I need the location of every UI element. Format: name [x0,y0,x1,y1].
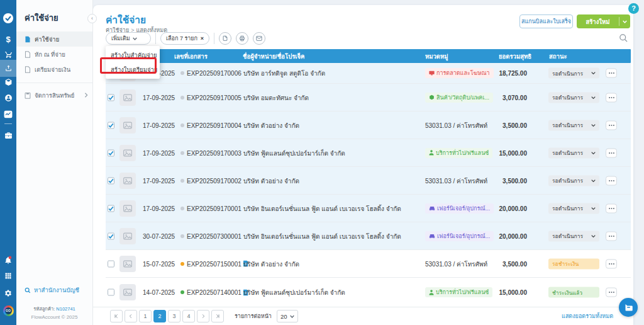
row-amount: 3,500.00 [502,177,527,184]
copy-document-button[interactable] [219,32,231,45]
row-more-button[interactable] [606,259,617,268]
row-checkbox[interactable] [108,122,114,128]
image-placeholder-icon [123,260,132,268]
column-total: ยอดรวมสุทธิ [499,52,531,61]
table-row[interactable]: 17-09-2025 EXP202509170006 บริษัท อาร์ทต… [106,63,631,84]
table-row[interactable]: 14-07-2025 EXP202507140001 บริษัท ฟู้ดแล… [106,278,631,307]
row-checkbox[interactable] [108,94,114,101]
print-button[interactable] [236,32,248,45]
expenses-icon[interactable] [0,60,16,76]
receipt-thumbnail[interactable] [119,117,136,134]
first-page-button[interactable] [110,310,123,322]
row-status[interactable]: รอดำเนินการ [548,203,599,214]
row-doc-number: EXP202509170006 [187,70,242,77]
apps-icon[interactable] [0,268,16,283]
receipt-thumbnail[interactable] [119,256,136,272]
row-more-button[interactable] [606,93,617,102]
row-checkbox[interactable] [108,232,114,239]
row-date: 15-07-2025 [143,260,175,267]
row-checkbox[interactable] [108,205,114,212]
receipt-thumbnail[interactable] [119,173,136,189]
row-status[interactable]: รอดำเนินการ [548,231,599,241]
sidebar-title: ค่าใช้จ่าย [25,11,58,25]
receipt-thumbnail[interactable] [119,145,136,161]
row-status[interactable]: รอดำเนินการ [548,147,599,158]
sidebar-item[interactable]: เตรียมจ่ายเงิน [16,62,92,77]
status-dot [180,207,184,210]
per-page-select[interactable]: 20 [277,310,298,322]
cart-icon[interactable] [0,47,16,62]
sidebar-item[interactable]: หัก ณ ที่จ่าย [16,47,92,62]
chat-bubble-button[interactable] [619,298,638,317]
row-more-button[interactable] [606,288,617,297]
page-button[interactable]: 1 [139,310,152,322]
table-row[interactable]: 30-07-2025 EXP202507300001 บริษัท อินเตอ… [106,222,631,250]
last-page-button[interactable] [211,310,224,322]
flowaccount-logo-icon[interactable] [0,11,16,26]
table-row[interactable]: 17-09-2025 EXP202509170002 บริษัท ตัวอย่… [106,167,631,195]
settings-icon[interactable] [0,286,16,301]
column-status: สถานะ [549,52,567,61]
contacts-icon[interactable] [0,90,16,105]
row-more-button[interactable] [606,203,617,213]
reports-icon[interactable] [0,106,16,122]
row-date: 17-09-2025 [143,149,175,156]
table-row[interactable]: 17-09-2025 EXP202509170005 บริษัท อมตะทั… [106,84,631,111]
sidebar-item[interactable]: ค่าใช้จ่าย [16,31,92,47]
row-doc-number: EXP202509170001 [187,205,242,212]
receipt-thumbnail[interactable] [119,284,136,300]
chevron-down-icon [591,151,596,154]
row-status: ชำระเงินแล้ว [548,287,599,298]
row-checkbox[interactable] [108,177,114,184]
show-total-link[interactable]: แสดงยอดรวมทั้งหมด [562,312,613,321]
help-button[interactable]: ? [628,3,639,14]
image-placeholder-icon [123,288,132,296]
find-accountant-link[interactable]: หาสำนักงานบัญชี [16,285,92,295]
create-new-button[interactable]: สร้างใหม่ [577,14,630,28]
table-row[interactable]: 17-09-2025 EXP202509170004 บริษัท ตัวอย่… [106,111,631,139]
image-placeholder-icon [123,149,132,157]
content-card: ค่าใช้จ่าย ค่าใช้จ่าย>แสดงทั้งหมด สแกนบิ… [93,5,633,325]
row-more-button[interactable] [606,69,617,78]
row-checkbox[interactable] [108,289,114,296]
selected-count-chip[interactable]: เลือก 7 รายการ × [160,32,209,45]
row-checkbox[interactable] [108,260,114,267]
receipt-thumbnail[interactable] [119,228,136,244]
row-amount: 20,000.00 [499,205,528,212]
page-button[interactable]: 3 [168,310,180,322]
table-row[interactable]: 17-09-2025 EXP202509170003 บริษัท ฟู้ดแล… [106,139,631,167]
page-button[interactable]: 2 [153,310,166,322]
row-status[interactable]: รอดำเนินการ [548,120,599,130]
row-status[interactable]: รอดำเนินการ [548,175,599,186]
scan-bill-button[interactable]: สแกนบิลและใบเสร็จ [519,14,573,28]
email-button[interactable] [253,32,265,45]
business-icon[interactable] [0,127,16,142]
table-row[interactable]: 17-09-2025 EXP202509170001 บริษัท อินเตอ… [106,195,631,222]
row-checkbox[interactable] [108,149,114,156]
sidebar-item[interactable]: จัดการสินทรัพย์ [16,88,92,103]
row-status[interactable]: รอดำเนินการ [548,92,599,103]
receipt-thumbnail[interactable] [119,200,136,217]
prev-page-button[interactable] [125,310,137,322]
row-vendor-name: บริษัท อมตะทัศนะ จำกัด [243,93,309,102]
row-more-button[interactable] [606,176,617,185]
more-button[interactable]: เพิ่มเติม [106,32,151,45]
status-dot [180,71,184,75]
status-dot [180,151,184,155]
notifications-icon[interactable] [0,253,16,268]
row-status[interactable]: รอดำเนินการ [548,68,599,79]
row-more-button[interactable] [606,120,617,130]
sidebar-collapse-button[interactable]: ‹ [87,14,97,23]
inventory-icon[interactable] [0,74,16,89]
row-category: การตลาดและโฆษณา [425,68,494,78]
next-page-button[interactable] [197,310,209,322]
row-vendor-name: บริษัท ตัวอย่าง จำกัด [243,120,299,130]
table-row[interactable]: 15-07-2025 EXP202507150001 บริษัท ตัวอย่… [106,250,631,278]
search-icon[interactable] [619,33,628,45]
row-more-button[interactable] [606,148,617,157]
receipt-thumbnail[interactable] [119,89,136,106]
row-more-button[interactable] [606,231,617,241]
page-button[interactable]: 4 [182,310,195,322]
flowaccount-go-icon[interactable]: GO [0,303,16,318]
money-icon[interactable]: $ [0,31,16,47]
